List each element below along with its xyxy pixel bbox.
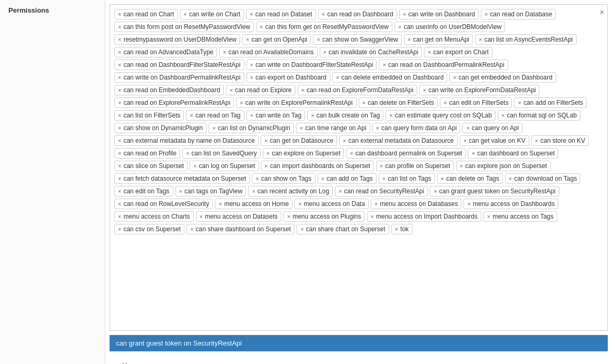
tag-remove-icon[interactable]: × (118, 87, 121, 93)
tag[interactable]: ×can format sql on SQLab (498, 110, 580, 121)
tag-remove-icon[interactable]: × (118, 137, 121, 144)
tag-remove-icon[interactable]: × (509, 175, 512, 182)
tag[interactable]: ×can log on Superset (190, 161, 259, 171)
tag[interactable]: ×menu access on Plugins (283, 211, 365, 222)
tag[interactable]: ×can read on Dataset (246, 9, 316, 19)
tag[interactable]: ×can read on Chart (114, 9, 178, 19)
tag-remove-icon[interactable]: × (118, 24, 121, 30)
tag[interactable]: ×can read on ExploreFormDataRestApi (298, 85, 417, 95)
tag[interactable]: ×menu access on Dashboards (463, 199, 558, 209)
tag-remove-icon[interactable]: × (250, 62, 253, 68)
tag-remove-icon[interactable]: × (343, 137, 346, 144)
tag-remove-icon[interactable]: × (423, 87, 426, 93)
tag[interactable]: ×can get embedded on Dashboard (449, 72, 556, 83)
suggestion-row[interactable]: can grant guest token on SecurityRestApi (110, 335, 608, 351)
tag-remove-icon[interactable]: × (467, 201, 470, 207)
tag-remove-icon[interactable]: × (323, 49, 327, 55)
tag[interactable]: ×can read on Database (481, 9, 556, 19)
tag[interactable]: ×can recent activity on Log (248, 186, 333, 196)
tag[interactable]: ×can read on Tag (186, 110, 244, 121)
tag[interactable]: ×can write on Chart (180, 9, 244, 19)
tag-remove-icon[interactable]: × (322, 11, 325, 17)
tag-remove-icon[interactable]: × (501, 112, 505, 119)
tag-remove-icon[interactable]: × (479, 36, 482, 43)
tag-remove-icon[interactable]: × (118, 125, 121, 131)
tag-remove-icon[interactable]: × (371, 213, 374, 220)
tag-remove-icon[interactable]: × (118, 150, 121, 156)
tag[interactable]: ×can read on SecurityRestApi (335, 186, 428, 196)
tag-remove-icon[interactable]: × (463, 137, 467, 144)
tag-remove-icon[interactable]: × (453, 74, 456, 81)
tag[interactable]: ×can read on ExplorePermalinkRestApi (114, 97, 234, 108)
tag-remove-icon[interactable]: × (118, 11, 121, 17)
tag[interactable]: ×can export on Chart (424, 47, 492, 57)
tag-remove-icon[interactable]: × (219, 201, 222, 207)
tag[interactable]: ×can fetch datasource metadata on Supers… (114, 173, 250, 184)
tag-remove-icon[interactable]: × (190, 226, 193, 232)
tag[interactable]: ×can list on Tags (379, 173, 435, 184)
tag-remove-icon[interactable]: × (374, 201, 378, 207)
tag-remove-icon[interactable]: × (240, 100, 243, 106)
tag[interactable]: ×can csv on Superset (114, 224, 184, 234)
tag[interactable]: ×can edit on FilterSets (440, 97, 512, 108)
tag-remove-icon[interactable]: × (118, 74, 121, 81)
tag[interactable]: ×can dashboard permalink on Superset (346, 148, 466, 159)
tag[interactable]: ×can show on SwaggerView (313, 34, 401, 45)
tag-remove-icon[interactable]: × (250, 74, 253, 81)
tag[interactable]: ×can show on DynamicPlugin (114, 123, 206, 133)
tag[interactable]: ×can this form get on ResetMyPasswordVie… (256, 22, 392, 32)
tag[interactable]: ×can estimate query cost on SQLab (386, 110, 496, 121)
tag[interactable]: ×can query on Api (462, 123, 522, 133)
tag-remove-icon[interactable]: × (230, 87, 233, 93)
tag[interactable]: ×can list on DynamicPlugin (209, 123, 294, 133)
tag-remove-icon[interactable]: × (118, 188, 121, 194)
tag[interactable]: ×can read on Dashboard (318, 9, 397, 19)
tag[interactable]: ×can edit on Tags (114, 186, 173, 196)
tag-remove-icon[interactable]: × (287, 213, 290, 220)
tag-remove-icon[interactable]: × (260, 24, 263, 30)
tag[interactable]: ×can delete embedded on Dashboard (332, 72, 448, 83)
tag[interactable]: ×menu access on Data (294, 199, 369, 209)
tag-remove-icon[interactable]: × (264, 163, 268, 169)
tag[interactable]: ×can read on Explore (226, 85, 295, 95)
tag-remove-icon[interactable]: × (118, 175, 121, 182)
tag-remove-icon[interactable]: × (471, 150, 475, 156)
tag-remove-icon[interactable]: × (250, 11, 253, 17)
tag[interactable]: ×can read on DashboardPermalinkRestApi (379, 60, 508, 70)
tag[interactable]: ×can write on DashboardFilterStateRestAp… (246, 60, 377, 70)
tag-remove-icon[interactable]: × (193, 163, 196, 169)
tag-remove-icon[interactable]: × (321, 175, 324, 182)
tag[interactable]: ×can share chart on Superset (297, 224, 389, 234)
tag-remove-icon[interactable]: × (518, 100, 521, 106)
tag[interactable]: ×can write on Dashboard (399, 9, 479, 19)
tag-remove-icon[interactable]: × (246, 36, 249, 43)
tag-remove-icon[interactable]: × (118, 201, 121, 207)
tag[interactable]: ×can this form post on ResetMyPasswordVi… (114, 22, 254, 32)
tag[interactable]: ×menu access on Tags (483, 211, 557, 222)
tag-remove-icon[interactable]: × (255, 175, 259, 182)
tag-remove-icon[interactable]: × (301, 87, 304, 93)
tag-remove-icon[interactable]: × (380, 163, 383, 169)
tag[interactable]: ×can tags on TagView (175, 186, 246, 196)
tag-remove-icon[interactable]: × (311, 112, 314, 119)
tag[interactable]: ×can delete on Tags (437, 173, 503, 184)
tag-remove-icon[interactable]: × (184, 11, 187, 17)
tag[interactable]: ×can grant guest token on SecurityRestAp… (430, 186, 559, 196)
tag[interactable]: ×can list on SavedQuery (182, 148, 261, 159)
tag[interactable]: ×can write on ExploreFormDataRestApi (419, 85, 540, 95)
tag[interactable]: ×can slice on Superset (114, 161, 187, 171)
tag-remove-icon[interactable]: × (118, 100, 121, 106)
tag[interactable]: ×menu access on Import Dashboards (367, 211, 481, 222)
tag-remove-icon[interactable]: × (264, 137, 268, 144)
tag-remove-icon[interactable]: × (487, 213, 490, 220)
tag[interactable]: ×can get on OpenApi (242, 34, 311, 45)
tag-remove-icon[interactable]: × (179, 188, 182, 194)
tag[interactable]: ×can delete on FilterSets (359, 97, 438, 108)
tag-remove-icon[interactable]: × (300, 226, 303, 232)
tag[interactable]: ×can read on EmbeddedDashboard (114, 85, 224, 95)
tag[interactable]: ×can share dashboard on Superset (186, 224, 294, 234)
tag[interactable]: ×can explore json on Superset (456, 161, 551, 171)
tag[interactable]: ×can download on Tags (505, 173, 581, 184)
tag[interactable]: ×can list on AsyncEventsRestApi (475, 34, 577, 45)
tag-remove-icon[interactable]: × (350, 150, 353, 156)
